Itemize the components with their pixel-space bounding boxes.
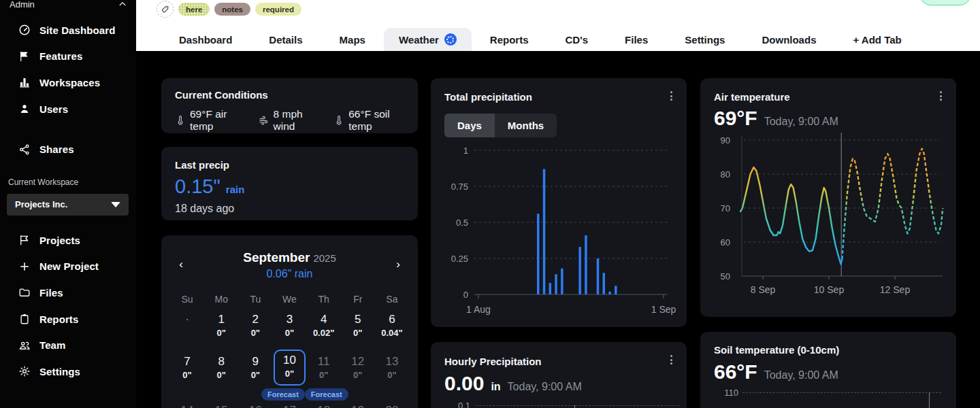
sidebar-item-shares[interactable]: Shares [0,136,136,163]
hourly-precip-current: 0.00 in Today, 9:00 AM [444,373,582,394]
tab-files[interactable]: Files [606,28,666,51]
tab-dashboard[interactable]: Dashboard [161,28,250,51]
toggle-days[interactable]: Days [444,114,495,137]
calendar-day[interactable]: 30" [272,309,306,341]
calendar-week-row: ·10"20"30"40.02"50"60.04" [170,309,409,341]
sidebar-item-features[interactable]: Features [0,44,136,70]
calendar-day[interactable]: · [170,309,204,341]
day-precip-value: 0.04" [375,328,409,338]
air-temp-current: 69°F Today, 9:00 AM [714,108,838,129]
calendar-day[interactable]: 18 [307,400,341,408]
badge-slot [348,388,379,401]
tab-cd-s[interactable]: CD's [547,28,607,51]
toggle-months[interactable]: Months [495,114,557,137]
next-month-icon[interactable]: › [391,257,406,272]
weather-spinner-icon [444,33,457,46]
last-precip-card: Last precip 0.15" rain 18 days ago [161,147,418,220]
sidebar-item-site-dashboard[interactable]: Site Dashboard [0,17,136,44]
calendar-day[interactable]: 70" [170,351,204,384]
day-precip-value: 0" [238,371,272,380]
sidebar-item-workspaces[interactable]: Workspaces [0,69,136,96]
gear-icon [18,365,31,377]
calendar-day[interactable]: 130" [375,351,409,384]
condition-stat: 66°F soil temp [333,108,404,133]
day-number: 10 [275,354,304,367]
calendar-day[interactable]: 90" [238,351,272,384]
tag-pill-required[interactable]: required [255,3,301,16]
calendar-day[interactable]: 50" [341,309,375,341]
calendar-day[interactable]: 20" [238,309,272,341]
kebab-menu-icon[interactable] [665,89,677,103]
kebab-menu-icon[interactable] [934,89,947,103]
day-number: 19 [341,404,375,408]
badge-slot [231,388,261,401]
user-icon [18,103,31,115]
days-months-toggle: DaysMonths [444,114,557,137]
sidebar-item-new-project[interactable]: New Project [0,254,136,280]
sidebar-item-team[interactable]: Team [0,332,136,358]
tab-add-tab[interactable]: + Add Tab [834,28,919,51]
calendar-day[interactable]: 19 [341,400,375,408]
tab-weather[interactable]: Weather [384,28,472,51]
calendar-day[interactable]: 20 [375,400,409,408]
hourly-precipitation-card: Hourly Precipitation 0.00 in Today, 9:00… [431,342,687,408]
calendar-day[interactable]: 14 [170,400,204,408]
tab-details[interactable]: Details [250,28,321,51]
svg-text:12 Sep: 12 Sep [880,284,911,295]
sidebar-item-files[interactable]: Files [0,279,136,306]
badge-slot [378,388,409,401]
sidebar-item-label: Projects [39,235,80,246]
calendar-month-name: September [243,250,310,265]
sidebar-item-label: New Project [39,260,99,272]
forecast-badge[interactable]: Forecast [261,388,305,401]
calendar-day[interactable]: 60.04" [375,309,409,341]
calendar-day[interactable]: 120" [341,351,375,384]
day-precip-value: 0" [238,328,272,338]
day-number: 13 [375,355,409,369]
soil-temp-time: Today, 9:00 AM [764,369,838,381]
sidebar-item-reports[interactable]: Reports [0,306,136,333]
share-icon [18,143,31,156]
calendar-forecast-badge-row: ForecastForecast [170,388,409,401]
svg-text:10 Sep: 10 Sep [814,284,845,295]
hourly-precip-unit: in [491,381,500,393]
chevron-up-icon[interactable] [118,0,127,8]
sidebar-item-projects[interactable]: Projects [0,227,136,254]
day-number: 12 [341,355,375,369]
admin-section-label: Admin [10,0,35,10]
workspace-selector[interactable]: Projects Inc. [7,194,129,216]
card-title: Hourly Precipitation [444,356,542,367]
sidebar-item-users[interactable]: Users [0,96,136,122]
tag-icon[interactable] [157,1,174,18]
tag-pill-notes[interactable]: notes [214,3,250,16]
tab-maps[interactable]: Maps [321,28,384,51]
calendar-day[interactable]: 40.02" [307,309,341,341]
kebab-menu-icon[interactable] [665,353,677,367]
svg-text:80: 80 [721,169,730,180]
day-precip-value: 0" [341,371,375,380]
tab-label: Dashboard [179,34,232,46]
gridline [476,405,680,406]
tag-pill-here[interactable]: here [178,3,210,16]
wind-icon [259,115,270,126]
sidebar-item-label: Workspaces [39,77,100,88]
calendar-day[interactable]: 110" [307,351,341,384]
sidebar-item-settings[interactable]: Settings [0,358,136,385]
tab-reports[interactable]: Reports [472,28,547,51]
calendar-day[interactable]: 10" [204,309,238,341]
calendar-day[interactable]: 17 [272,400,306,408]
calendar-day-selected[interactable]: 100" [274,350,305,386]
status-pill-button[interactable] [920,0,970,5]
tab-downloads[interactable]: Downloads [743,28,834,51]
caret-down-icon [111,202,120,207]
calendar-day[interactable]: 15 [204,400,238,408]
topbar: herenotesrequired DashboardDetailsMapsWe… [136,0,980,51]
forecast-badge[interactable]: Forecast [305,388,348,401]
tab-settings[interactable]: Settings [666,28,743,51]
day-number: 6 [375,313,409,326]
calendar-day[interactable]: 80" [204,351,238,384]
day-precip-value: 0" [204,371,238,380]
card-title: Total precipitation [444,91,532,103]
calendar-day[interactable]: 16 [238,400,272,408]
svg-text:0.75: 0.75 [451,182,468,192]
